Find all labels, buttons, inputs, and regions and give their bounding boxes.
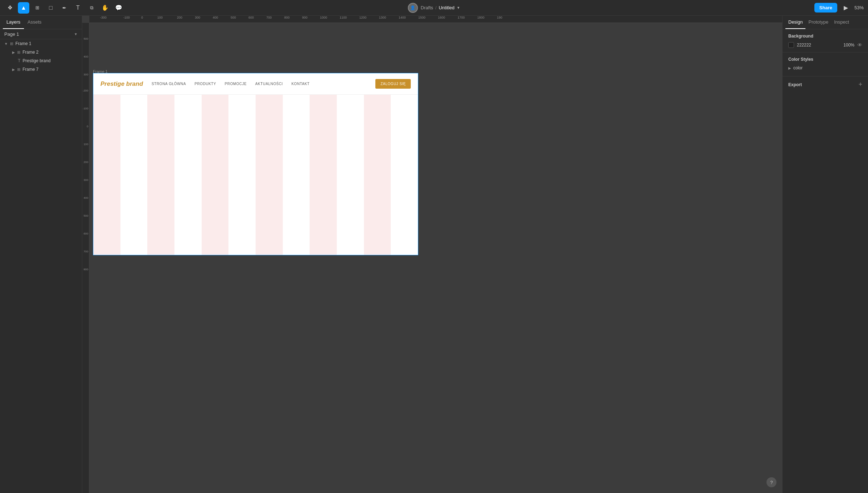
- tab-inspect[interactable]: Inspect: [831, 16, 852, 29]
- zoom-label[interactable]: 53%: [854, 5, 864, 10]
- ruler-mark-v: -200: [83, 89, 88, 92]
- figma-menu-button[interactable]: ❖: [4, 2, 16, 14]
- canvas-area[interactable]: -300 -100 0 100 200 300 400 500 600 700 …: [82, 16, 782, 493]
- right-panel-tabs: Design Prototype Inspect: [783, 16, 868, 29]
- figma-logo-icon: ❖: [8, 4, 13, 11]
- frame-icon: ⊞: [17, 50, 20, 55]
- avatar-icon: 👤: [410, 5, 415, 10]
- design-frame[interactable]: Prestige brand STRONA GŁÓWNA PRODUKTY PR…: [93, 73, 418, 255]
- layer-item-frame2[interactable]: ▶ ⊞ Frame 2: [0, 48, 82, 56]
- title-separator: /: [435, 5, 437, 10]
- tab-design[interactable]: Design: [785, 16, 805, 29]
- right-panel: Design Prototype Inspect Background 2222…: [782, 16, 868, 493]
- nav-item-products: PRODUKTY: [194, 82, 216, 86]
- export-header: Export +: [788, 81, 862, 88]
- shape-icon: □: [49, 5, 53, 11]
- color-style-arrow: ▶: [788, 66, 791, 70]
- grid-col-12: [391, 95, 418, 255]
- select-tool-button[interactable]: ▲: [18, 2, 29, 14]
- ruler-mark-v: 400: [84, 196, 88, 199]
- bg-color-swatch[interactable]: [788, 42, 794, 48]
- layer-item-frame7[interactable]: ▶ ⊞ Frame 7: [0, 65, 82, 74]
- frame-tool-button[interactable]: ⊞: [31, 2, 43, 14]
- nav-item-home: STRONA GŁÓWNA: [152, 82, 186, 86]
- grid-col-10: [337, 95, 364, 255]
- share-button[interactable]: Share: [814, 3, 837, 13]
- design-grid: [93, 95, 418, 255]
- play-icon: ▶: [844, 4, 848, 11]
- page-selector[interactable]: Page 1 ▼: [0, 29, 82, 39]
- frame-icon: ⊞: [35, 5, 39, 10]
- ruler-mark-v: 500: [84, 37, 88, 40]
- layer-label: Frame 2: [23, 50, 39, 55]
- grid-col-1: [93, 95, 120, 255]
- design-navbar: Prestige brand STRONA GŁÓWNA PRODUKTY PR…: [93, 73, 418, 95]
- frame-icon: ⊞: [10, 41, 13, 46]
- shape-tool-button[interactable]: □: [45, 2, 56, 14]
- comment-tool-button[interactable]: 💬: [113, 2, 124, 14]
- ruler-mark-v: 300: [84, 178, 88, 182]
- hand-tool-button[interactable]: ✋: [99, 2, 111, 14]
- nav-item-promotions: PROMOCJE: [225, 82, 247, 86]
- expand-icon: ▶: [12, 68, 15, 72]
- ruler-mark: 600: [248, 16, 254, 19]
- color-styles-section: Color Styles ▶ color: [783, 53, 868, 77]
- bg-opacity-value[interactable]: 100%: [843, 43, 854, 48]
- export-add-button[interactable]: +: [858, 81, 862, 88]
- visibility-toggle[interactable]: 👁: [857, 42, 862, 48]
- help-button[interactable]: ?: [766, 477, 776, 487]
- tab-assets[interactable]: Assets: [24, 16, 45, 29]
- ruler-mark-v: 500: [84, 214, 88, 217]
- user-avatar[interactable]: 👤: [408, 3, 418, 13]
- ruler-mark-v: 100: [84, 143, 88, 146]
- bg-hex-value[interactable]: 222222: [797, 43, 840, 48]
- pen-tool-button[interactable]: ✒: [59, 2, 70, 14]
- tab-layers[interactable]: Layers: [3, 16, 24, 29]
- brand-logo: Prestige brand: [100, 80, 143, 88]
- color-style-item[interactable]: ▶ color: [788, 64, 862, 72]
- ruler-mark-v: -100: [83, 107, 88, 110]
- layer-label: Frame 7: [23, 67, 39, 72]
- text-tool-icon: T: [76, 5, 80, 11]
- frame-icon: ⊞: [17, 67, 20, 72]
- ruler-mark: 1200: [359, 16, 366, 19]
- layer-item-prestige-brand[interactable]: T Prestige brand: [0, 56, 82, 65]
- layer-label: Prestige brand: [23, 58, 50, 63]
- ruler-mark-v: 800: [84, 268, 88, 271]
- background-section: Background 222222 100% 👁: [783, 29, 868, 53]
- ruler-mark: 1400: [399, 16, 406, 19]
- pen-icon: ✒: [62, 5, 66, 11]
- grid-col-2: [120, 95, 148, 255]
- ruler-mark-v: 0: [87, 125, 88, 128]
- toolbar-center: 👤 Drafts / Untitled ▼: [408, 3, 460, 13]
- ruler-mark: 200: [177, 16, 182, 19]
- ruler-mark: -300: [100, 16, 107, 19]
- color-style-label: color: [793, 65, 803, 70]
- ruler-mark: 1800: [477, 16, 484, 19]
- play-button[interactable]: ▶: [840, 2, 852, 14]
- text-tool-button[interactable]: T: [72, 2, 84, 14]
- left-panel: Layers Assets Page 1 ▼ ▼ ⊞ Frame 1 ▶ ⊞ F…: [0, 16, 82, 493]
- drafts-label[interactable]: Drafts: [421, 5, 433, 10]
- text-icon: T: [18, 58, 20, 63]
- ruler-mark: 1500: [418, 16, 425, 19]
- component-icon: ⧉: [90, 5, 93, 11]
- dropdown-icon[interactable]: ▼: [457, 6, 460, 10]
- toolbar: ❖ ▲ ⊞ □ ✒ T ⧉ ✋ 💬 👤 Drafts: [0, 0, 868, 16]
- page-dropdown-icon: ▼: [74, 32, 78, 36]
- ruler-mark: 500: [231, 16, 236, 19]
- component-tool-button[interactable]: ⧉: [86, 2, 97, 14]
- grid-col-8: [283, 95, 310, 255]
- grid-col-11: [364, 95, 391, 255]
- ruler-horizontal: -300 -100 0 100 200 300 400 500 600 700 …: [89, 16, 782, 23]
- ruler-mark: 800: [284, 16, 290, 19]
- ruler-mark: 0: [141, 16, 143, 19]
- main-layout: Layers Assets Page 1 ▼ ▼ ⊞ Frame 1 ▶ ⊞ F…: [0, 16, 868, 493]
- nav-cta-button[interactable]: ZALOGUJ SIĘ: [375, 79, 411, 89]
- grid-col-4: [174, 95, 202, 255]
- tab-prototype[interactable]: Prototype: [805, 16, 831, 29]
- grid-col-6: [228, 95, 256, 255]
- layer-item-frame1[interactable]: ▼ ⊞ Frame 1: [0, 39, 82, 48]
- nav-item-news: AKTUALNOŚCI: [255, 82, 283, 86]
- file-name[interactable]: Untitled: [439, 5, 454, 10]
